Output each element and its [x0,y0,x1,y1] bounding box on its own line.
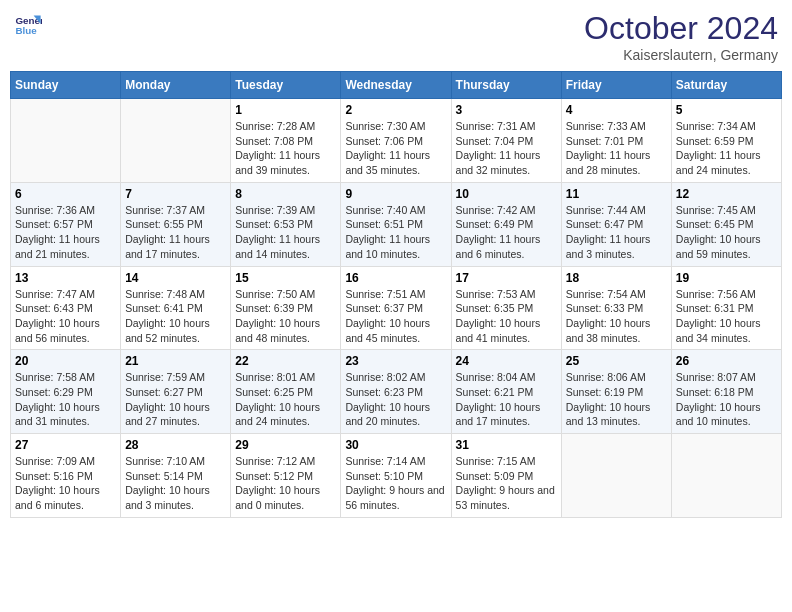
day-number: 31 [456,438,557,452]
day-number: 2 [345,103,446,117]
day-number: 26 [676,354,777,368]
day-number: 11 [566,187,667,201]
day-info: Sunrise: 7:15 AM Sunset: 5:09 PM Dayligh… [456,454,557,513]
calendar-cell: 7Sunrise: 7:37 AM Sunset: 6:55 PM Daylig… [121,182,231,266]
week-row-4: 20Sunrise: 7:58 AM Sunset: 6:29 PM Dayli… [11,350,782,434]
week-row-2: 6Sunrise: 7:36 AM Sunset: 6:57 PM Daylig… [11,182,782,266]
subtitle: Kaiserslautern, Germany [584,47,778,63]
calendar-cell: 5Sunrise: 7:34 AM Sunset: 6:59 PM Daylig… [671,99,781,183]
week-row-5: 27Sunrise: 7:09 AM Sunset: 5:16 PM Dayli… [11,434,782,518]
calendar-cell: 1Sunrise: 7:28 AM Sunset: 7:08 PM Daylig… [231,99,341,183]
day-info: Sunrise: 7:36 AM Sunset: 6:57 PM Dayligh… [15,203,116,262]
calendar-cell [11,99,121,183]
day-info: Sunrise: 8:01 AM Sunset: 6:25 PM Dayligh… [235,370,336,429]
day-number: 14 [125,271,226,285]
week-row-3: 13Sunrise: 7:47 AM Sunset: 6:43 PM Dayli… [11,266,782,350]
day-number: 7 [125,187,226,201]
day-info: Sunrise: 7:28 AM Sunset: 7:08 PM Dayligh… [235,119,336,178]
calendar-cell: 23Sunrise: 8:02 AM Sunset: 6:23 PM Dayli… [341,350,451,434]
calendar-cell: 21Sunrise: 7:59 AM Sunset: 6:27 PM Dayli… [121,350,231,434]
day-info: Sunrise: 7:47 AM Sunset: 6:43 PM Dayligh… [15,287,116,346]
calendar-cell: 25Sunrise: 8:06 AM Sunset: 6:19 PM Dayli… [561,350,671,434]
calendar-cell: 9Sunrise: 7:40 AM Sunset: 6:51 PM Daylig… [341,182,451,266]
day-number: 4 [566,103,667,117]
calendar-table: SundayMondayTuesdayWednesdayThursdayFrid… [10,71,782,518]
calendar-cell [121,99,231,183]
day-info: Sunrise: 7:44 AM Sunset: 6:47 PM Dayligh… [566,203,667,262]
day-info: Sunrise: 7:40 AM Sunset: 6:51 PM Dayligh… [345,203,446,262]
day-info: Sunrise: 7:12 AM Sunset: 5:12 PM Dayligh… [235,454,336,513]
day-number: 21 [125,354,226,368]
calendar-cell: 6Sunrise: 7:36 AM Sunset: 6:57 PM Daylig… [11,182,121,266]
day-number: 5 [676,103,777,117]
day-info: Sunrise: 7:10 AM Sunset: 5:14 PM Dayligh… [125,454,226,513]
day-number: 28 [125,438,226,452]
calendar-cell: 19Sunrise: 7:56 AM Sunset: 6:31 PM Dayli… [671,266,781,350]
calendar-cell: 27Sunrise: 7:09 AM Sunset: 5:16 PM Dayli… [11,434,121,518]
calendar-cell: 20Sunrise: 7:58 AM Sunset: 6:29 PM Dayli… [11,350,121,434]
day-number: 29 [235,438,336,452]
day-info: Sunrise: 7:50 AM Sunset: 6:39 PM Dayligh… [235,287,336,346]
calendar-cell: 4Sunrise: 7:33 AM Sunset: 7:01 PM Daylig… [561,99,671,183]
calendar-cell: 26Sunrise: 8:07 AM Sunset: 6:18 PM Dayli… [671,350,781,434]
day-info: Sunrise: 7:54 AM Sunset: 6:33 PM Dayligh… [566,287,667,346]
day-info: Sunrise: 7:14 AM Sunset: 5:10 PM Dayligh… [345,454,446,513]
day-number: 3 [456,103,557,117]
day-info: Sunrise: 7:53 AM Sunset: 6:35 PM Dayligh… [456,287,557,346]
day-info: Sunrise: 8:02 AM Sunset: 6:23 PM Dayligh… [345,370,446,429]
calendar-cell: 10Sunrise: 7:42 AM Sunset: 6:49 PM Dayli… [451,182,561,266]
day-info: Sunrise: 7:45 AM Sunset: 6:45 PM Dayligh… [676,203,777,262]
day-info: Sunrise: 8:06 AM Sunset: 6:19 PM Dayligh… [566,370,667,429]
day-info: Sunrise: 8:04 AM Sunset: 6:21 PM Dayligh… [456,370,557,429]
calendar-cell: 30Sunrise: 7:14 AM Sunset: 5:10 PM Dayli… [341,434,451,518]
day-number: 24 [456,354,557,368]
day-info: Sunrise: 7:58 AM Sunset: 6:29 PM Dayligh… [15,370,116,429]
weekday-header-saturday: Saturday [671,72,781,99]
day-info: Sunrise: 7:48 AM Sunset: 6:41 PM Dayligh… [125,287,226,346]
day-number: 17 [456,271,557,285]
day-number: 10 [456,187,557,201]
day-info: Sunrise: 7:39 AM Sunset: 6:53 PM Dayligh… [235,203,336,262]
day-info: Sunrise: 7:31 AM Sunset: 7:04 PM Dayligh… [456,119,557,178]
day-info: Sunrise: 7:34 AM Sunset: 6:59 PM Dayligh… [676,119,777,178]
calendar-cell: 28Sunrise: 7:10 AM Sunset: 5:14 PM Dayli… [121,434,231,518]
day-number: 12 [676,187,777,201]
day-number: 6 [15,187,116,201]
logo: General Blue [14,10,42,38]
day-number: 8 [235,187,336,201]
day-info: Sunrise: 7:09 AM Sunset: 5:16 PM Dayligh… [15,454,116,513]
day-number: 9 [345,187,446,201]
calendar-cell: 14Sunrise: 7:48 AM Sunset: 6:41 PM Dayli… [121,266,231,350]
day-number: 27 [15,438,116,452]
calendar-cell [671,434,781,518]
day-info: Sunrise: 8:07 AM Sunset: 6:18 PM Dayligh… [676,370,777,429]
day-number: 19 [676,271,777,285]
calendar-cell: 11Sunrise: 7:44 AM Sunset: 6:47 PM Dayli… [561,182,671,266]
calendar-cell: 2Sunrise: 7:30 AM Sunset: 7:06 PM Daylig… [341,99,451,183]
calendar-cell: 8Sunrise: 7:39 AM Sunset: 6:53 PM Daylig… [231,182,341,266]
day-number: 16 [345,271,446,285]
calendar-cell: 29Sunrise: 7:12 AM Sunset: 5:12 PM Dayli… [231,434,341,518]
day-info: Sunrise: 7:56 AM Sunset: 6:31 PM Dayligh… [676,287,777,346]
day-number: 15 [235,271,336,285]
calendar-cell: 3Sunrise: 7:31 AM Sunset: 7:04 PM Daylig… [451,99,561,183]
calendar-cell: 16Sunrise: 7:51 AM Sunset: 6:37 PM Dayli… [341,266,451,350]
day-info: Sunrise: 7:59 AM Sunset: 6:27 PM Dayligh… [125,370,226,429]
weekday-header-monday: Monday [121,72,231,99]
day-number: 13 [15,271,116,285]
day-info: Sunrise: 7:33 AM Sunset: 7:01 PM Dayligh… [566,119,667,178]
day-info: Sunrise: 7:42 AM Sunset: 6:49 PM Dayligh… [456,203,557,262]
day-number: 25 [566,354,667,368]
day-info: Sunrise: 7:37 AM Sunset: 6:55 PM Dayligh… [125,203,226,262]
weekday-header-thursday: Thursday [451,72,561,99]
calendar-cell: 13Sunrise: 7:47 AM Sunset: 6:43 PM Dayli… [11,266,121,350]
calendar-cell: 31Sunrise: 7:15 AM Sunset: 5:09 PM Dayli… [451,434,561,518]
page-header: General Blue October 2024 Kaiserslautern… [10,10,782,63]
weekday-header-friday: Friday [561,72,671,99]
calendar-cell: 22Sunrise: 8:01 AM Sunset: 6:25 PM Dayli… [231,350,341,434]
calendar-cell: 15Sunrise: 7:50 AM Sunset: 6:39 PM Dayli… [231,266,341,350]
day-number: 22 [235,354,336,368]
day-number: 23 [345,354,446,368]
day-number: 1 [235,103,336,117]
day-number: 18 [566,271,667,285]
